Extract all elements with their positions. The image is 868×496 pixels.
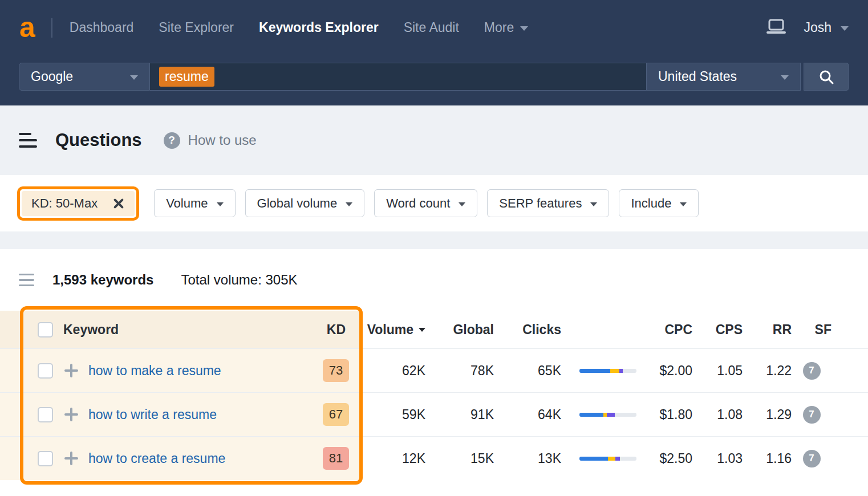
row-checkbox[interactable]: [38, 407, 53, 422]
column-header-label: CPS: [716, 322, 743, 338]
column-header-clicks[interactable]: Clicks: [494, 322, 561, 338]
column-header-label: Clicks: [522, 322, 561, 338]
row-left: how to write a resume 67: [0, 393, 363, 436]
sf-cell: 7: [792, 406, 832, 424]
serp-features-badge[interactable]: 7: [803, 450, 821, 467]
cpc-value: $2.50: [641, 451, 692, 466]
clicks-distribution-bar: [579, 413, 636, 417]
table-options-icon[interactable]: [19, 274, 34, 287]
column-header-cpc[interactable]: CPC: [641, 322, 692, 338]
page-title: Questions: [55, 130, 142, 151]
chevron-down-icon: [781, 75, 789, 80]
global-value: 15K: [425, 451, 494, 466]
nav-divider: [51, 18, 52, 38]
row-checkbox[interactable]: [38, 363, 53, 379]
column-header-global[interactable]: Global: [425, 322, 494, 338]
column-header-label: SF: [815, 322, 832, 338]
app-window: a Dashboard Site Explorer Keywords Explo…: [0, 0, 868, 496]
chevron-down-icon: [590, 202, 597, 206]
search-button[interactable]: [804, 63, 849, 91]
row-left: how to make a resume 73: [0, 349, 363, 392]
nav-item-label: Site Audit: [404, 20, 459, 35]
clicks-bar-cell: [561, 369, 641, 373]
column-header-cps[interactable]: CPS: [692, 322, 743, 338]
column-header-sf[interactable]: SF: [792, 322, 832, 338]
how-to-use-link[interactable]: How to use: [188, 132, 257, 148]
page-head: Questions ? How to use: [0, 105, 868, 175]
chevron-down-icon: [459, 202, 465, 206]
row-right: 62K 78K 65K $2.00 1.05 1.22 7: [363, 349, 868, 392]
row-right: 12K 15K 13K $2.50 1.03 1.16 7: [363, 437, 868, 480]
results-card: 1,593 keywords Total volume: 305K Keywor…: [0, 249, 868, 496]
column-header-kd[interactable]: KD: [327, 322, 346, 338]
nav-item-site-explorer[interactable]: Site Explorer: [159, 20, 234, 35]
search-icon: [818, 69, 834, 85]
chevron-down-icon: [130, 75, 138, 80]
rr-value: 1.22: [743, 363, 792, 379]
serp-features-badge[interactable]: 7: [803, 362, 821, 380]
cps-value: 1.08: [692, 407, 743, 422]
search-engine-select[interactable]: Google: [19, 63, 150, 91]
global-value: 78K: [425, 363, 494, 379]
filter-label: Include: [631, 196, 671, 211]
clicks-value: 65K: [494, 363, 561, 379]
add-to-list-icon[interactable]: [63, 406, 79, 422]
column-header-keyword[interactable]: Keyword: [63, 322, 119, 338]
chevron-down-icon[interactable]: [841, 26, 849, 31]
volume-value: 62K: [363, 363, 425, 379]
help-icon[interactable]: ?: [164, 132, 180, 149]
nav-user-area: Josh: [766, 19, 849, 37]
nav-item-more[interactable]: More: [484, 20, 528, 35]
kd-filter-chip[interactable]: KD: 50-Max: [22, 191, 135, 216]
column-header-label: Volume: [367, 322, 413, 338]
sf-cell: 7: [792, 362, 832, 380]
rr-value: 1.16: [743, 451, 792, 466]
filter-global-volume[interactable]: Global volume: [245, 189, 365, 217]
close-icon[interactable]: [112, 197, 125, 210]
table-header-row: Keyword KD Volume Global Clicks CPC CPS …: [0, 311, 868, 348]
nav-item-dashboard[interactable]: Dashboard: [70, 20, 134, 35]
kd-filter-annotation: KD: 50-Max: [17, 186, 139, 221]
table-row: how to make a resume 73 62K 78K 65K $2.0…: [0, 348, 868, 392]
nav-item-keywords-explorer[interactable]: Keywords Explorer: [259, 20, 379, 35]
nav-item-label: Site Explorer: [159, 20, 234, 35]
select-all-checkbox[interactable]: [38, 322, 53, 338]
kd-badge: 81: [323, 447, 349, 470]
chevron-down-icon: [217, 202, 224, 206]
sf-cell: 7: [792, 450, 832, 467]
column-header-label: RR: [773, 322, 792, 338]
country-select[interactable]: United States: [647, 63, 801, 91]
filter-include[interactable]: Include: [619, 189, 699, 217]
keyword-query-input[interactable]: resume: [150, 63, 647, 91]
user-menu[interactable]: Josh: [804, 20, 832, 35]
keyword-link[interactable]: how to make a resume: [88, 363, 221, 379]
ahrefs-logo[interactable]: a: [19, 15, 35, 40]
serp-features-badge[interactable]: 7: [803, 406, 821, 424]
add-to-list-icon[interactable]: [63, 450, 79, 466]
filter-volume[interactable]: Volume: [154, 189, 235, 217]
add-to-list-icon[interactable]: [63, 363, 79, 379]
keyword-link[interactable]: how to create a resume: [88, 451, 225, 466]
nav-item-label: More: [484, 20, 514, 35]
search-engine-value: Google: [31, 69, 73, 84]
laptop-icon[interactable]: [766, 19, 786, 37]
volume-value: 12K: [363, 451, 425, 466]
sidebar-toggle-icon[interactable]: [19, 133, 37, 148]
filter-label: SERP features: [499, 196, 582, 211]
filter-label: Volume: [166, 196, 208, 211]
keyword-link[interactable]: how to write a resume: [88, 407, 217, 422]
search-controls: Google resume United States: [19, 63, 849, 91]
nav-item-site-audit[interactable]: Site Audit: [404, 20, 459, 35]
row-checkbox[interactable]: [38, 451, 53, 466]
chevron-down-icon: [346, 202, 352, 206]
filter-serp-features[interactable]: SERP features: [487, 189, 609, 217]
clicks-distribution-bar: [579, 457, 636, 461]
filter-word-count[interactable]: Word count: [374, 189, 477, 217]
clicks-bar-cell: [561, 457, 641, 461]
column-header-volume[interactable]: Volume: [363, 322, 425, 338]
table-header-left: Keyword KD: [0, 311, 363, 348]
clicks-value: 64K: [494, 407, 561, 422]
column-header-rr[interactable]: RR: [743, 322, 792, 338]
nav-item-label: Keywords Explorer: [259, 20, 379, 35]
top-nav: a Dashboard Site Explorer Keywords Explo…: [0, 0, 868, 55]
